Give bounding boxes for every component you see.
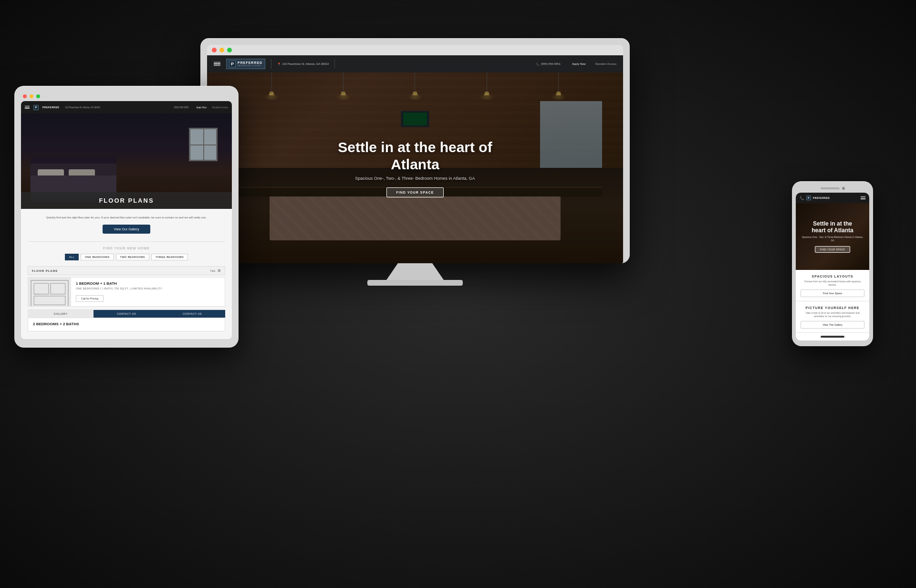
desktop-hero: Settle in at the heart of Atlanta Spacio… [207, 72, 623, 263]
phone-section-1-title: SPACIOUS LAYOUTS [801, 275, 864, 278]
monitor-dot-green [227, 48, 232, 52]
monitor-dot-red [212, 48, 217, 52]
tablet-description: Quickly find just the right floor plan f… [28, 216, 225, 220]
floor-plans-list-header: FLOOR PLANS Filter ⊞ [28, 266, 225, 275]
address-text: 123 Peachtree St. Atlanta, GA 30022 [282, 62, 329, 65]
monitor-top-bar [207, 45, 623, 55]
phone-notch [796, 187, 869, 190]
tablet-top-bar [21, 94, 232, 98]
floor-plan-item-1: 1 BEDROOM + 1 BATH ONE BEDROOMS | 1 BATH… [28, 277, 225, 307]
floor-plans-controls: Filter ⊞ [210, 268, 221, 273]
floor-plan-cta-1[interactable]: Call for Pricing [76, 295, 104, 302]
tablet-divider [28, 241, 225, 242]
phone-hero-content: Settle in at the heart of Atlanta Spacio… [796, 203, 869, 270]
tablet-hamburger[interactable] [25, 106, 30, 109]
phone-brand-name: PREFERRED [813, 196, 830, 199]
tablet-content: Quickly find just the right floor plan f… [21, 209, 232, 339]
tablet-outer: P PREFERRED 123 Peachtree St. Atlanta, G… [14, 86, 239, 348]
hero-cta-button[interactable]: FIND YOUR SPACE [386, 187, 444, 197]
floor-plan-contact-btn-1[interactable]: CONTACT US [94, 310, 159, 318]
monitor-outer: P PREFERRED PARKSIDE LIVING 📍 123 Peacht… [200, 38, 630, 263]
desktop-nav-address: 📍 123 Peachtree St. Atlanta, GA 30022 [277, 62, 329, 66]
tablet-resident-button[interactable]: Resident Access [212, 106, 228, 109]
phone-device: 📞 P PREFERRED Settle in at the heart of … [792, 181, 873, 346]
phone-section-spacious: SPACIOUS LAYOUTS Choose from our fully r… [796, 270, 869, 301]
floor-plan-contact-btn-2[interactable]: CONTACT US [159, 310, 225, 318]
tablet-dot-green [36, 94, 40, 98]
svg-rect-1 [34, 283, 49, 294]
brand-name-main: PREFERRED [238, 61, 262, 64]
monitor-base [367, 280, 463, 286]
tablet-section-title: FIND YOUR NEW HOME [28, 247, 225, 250]
tablet-filter-tabs: ALL ONE BEDROOMS TWO BEDROOMS THREE BEDR… [28, 254, 225, 260]
phone-section-1-desc: Choose from our fully renovated homes wi… [801, 280, 864, 287]
tablet-brand-name: PREFERRED [42, 106, 59, 109]
floor-plan-gallery-btn[interactable]: GALLERY [28, 310, 94, 318]
tablet-dot-yellow [30, 94, 33, 98]
floor-plan-name-2: 2 BEDROOMS + 2 BATHS [33, 322, 220, 326]
phone-hero: Settle in at the heart of Atlanta Spacio… [796, 203, 869, 270]
phone-home-indicator-area [796, 333, 869, 340]
phone-speaker [821, 187, 840, 189]
desktop-navbar: P PREFERRED PARKSIDE LIVING 📍 123 Peacht… [207, 55, 623, 72]
phone-icon: 📞 [536, 62, 540, 66]
tablet-floor-plans-title: FLOOR PLANS [26, 197, 227, 204]
brand-name-container: PREFERRED PARKSIDE LIVING [238, 61, 262, 67]
phone-section-2-desc: Take a look at all of our amenities and … [801, 311, 864, 318]
desktop-nav-phone: 📞 (555) 555-5551 [536, 62, 561, 66]
phone-section-2-btn[interactable]: View The Gallery [801, 321, 864, 329]
desktop-resident-button[interactable]: Resident Access [595, 62, 616, 65]
address-icon: 📍 [277, 62, 281, 66]
phone-hamburger[interactable] [861, 196, 865, 199]
filter-tab-one-bed[interactable]: ONE BEDROOMS [81, 254, 114, 260]
home-indicator [821, 336, 844, 338]
tablet-nav-address: 123 Peachtree St. Atlanta, GA 30022 [65, 106, 100, 109]
phone-hero-cta-button[interactable]: FIND YOUR SPACE [815, 246, 851, 253]
phone-section-1-btn[interactable]: Find Your Space [801, 289, 864, 297]
filter-label: Filter [210, 269, 216, 272]
phone-screen: 📞 P PREFERRED Settle in at the heart of … [796, 193, 869, 340]
floor-plans-list-title: FLOOR PLANS [32, 269, 58, 272]
hero-subheadline: Spacious One-, Two-, & Three- Bedroom Ho… [355, 176, 475, 181]
desktop-monitor: P PREFERRED PARKSIDE LIVING 📍 123 Peacht… [200, 38, 630, 286]
phone-hero-title-line1: Settle in at the [813, 220, 852, 227]
svg-rect-2 [51, 283, 65, 294]
hamburger-icon[interactable] [214, 62, 220, 66]
nav-divider-1 [271, 59, 271, 69]
brand-letter: P [229, 61, 236, 67]
tablet-brand-letter: P [33, 105, 39, 110]
tablet-navbar: P PREFERRED 123 Peachtree St. Atlanta, G… [21, 101, 232, 113]
filter-tab-three-bed[interactable]: THREE BEDROOMS [151, 254, 188, 260]
floor-plan-item-2: 2 BEDROOMS + 2 BATHS [28, 318, 225, 331]
filter-tab-all[interactable]: ALL [65, 254, 79, 260]
tablet-apply-button[interactable]: Apply Now [196, 106, 207, 109]
tablet-hero: FLOOR PLANS [21, 113, 232, 209]
floor-plan-svg-1 [28, 278, 71, 306]
phone-outer: 📞 P PREFERRED Settle in at the heart of … [792, 181, 873, 346]
monitor-screen: P PREFERRED PARKSIDE LIVING 📍 123 Peacht… [207, 55, 623, 263]
phone-camera [842, 187, 845, 190]
hero-content: Settle in at the heart of Atlanta Spacio… [207, 72, 623, 263]
phone-section-gallery: PICTURE YOURSELF HERE Take a look at all… [796, 301, 869, 333]
desktop-apply-button[interactable]: Apply Now [572, 62, 586, 65]
phone-navbar: 📞 P PREFERRED [796, 193, 869, 203]
tablet-floor-plans-header: FLOOR PLANS [21, 192, 232, 209]
scene: P PREFERRED PARKSIDE LIVING 📍 123 Peacht… [0, 0, 916, 588]
nav-divider-2 [334, 59, 335, 69]
tablet-gallery-button[interactable]: View Our Gallery [103, 225, 151, 234]
floor-plan-footer-1: GALLERY CONTACT US CONTACT US [28, 309, 225, 318]
floor-plan-image-1 [28, 278, 71, 306]
phone-hero-title: Settle in at the heart of Atlanta [812, 220, 854, 234]
hero-headline-line1: Settle in at the heart of [338, 139, 492, 155]
phone-hero-sub: Spacious One-, Two- & Three-Bedroom Home… [801, 236, 864, 242]
phone-nav-phone-icon: 📞 [800, 196, 804, 200]
tablet-dot-red [23, 94, 27, 98]
filter-tab-two-bed[interactable]: TWO BEDROOMS [116, 254, 149, 260]
floor-plan-details-1: 1 BEDROOM + 1 BATH ONE BEDROOMS | 1 BATH… [71, 278, 225, 306]
brand-name-sub: PARKSIDE LIVING [238, 64, 262, 67]
grid-icon[interactable]: ⊞ [218, 268, 221, 273]
tablet-nav-phone: (555) 555-5555 [174, 106, 188, 109]
phone-text: (555) 555-5551 [541, 62, 561, 65]
phone-hero-title-line2: heart of Atlanta [812, 227, 854, 234]
monitor-dot-yellow [219, 48, 224, 52]
